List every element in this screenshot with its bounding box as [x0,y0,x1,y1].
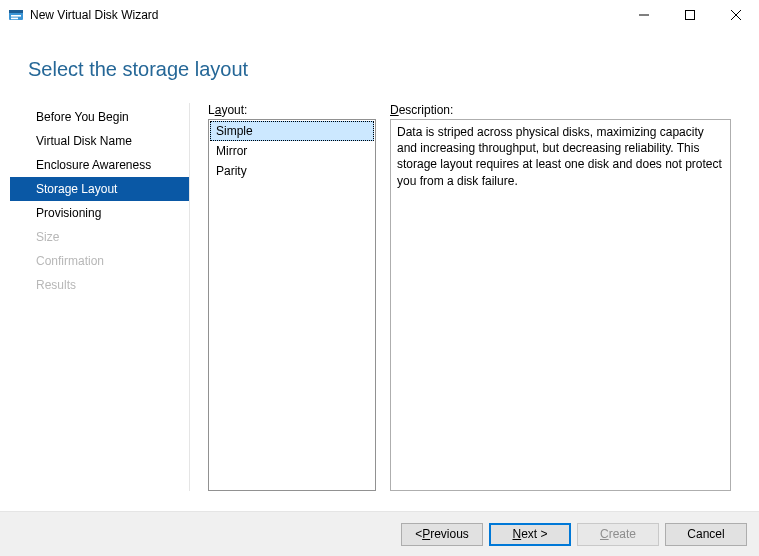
window-title: New Virtual Disk Wizard [30,8,158,22]
svg-rect-1 [9,10,23,13]
titlebar: New Virtual Disk Wizard [0,0,759,30]
minimize-button[interactable] [621,0,667,30]
maximize-button[interactable] [667,0,713,30]
right-area: Layout: Simple Mirror Parity Description… [190,103,731,491]
sidebar-item-provisioning[interactable]: Provisioning [10,201,189,225]
layout-option-mirror[interactable]: Mirror [210,141,374,161]
svg-rect-2 [11,15,21,17]
layout-option-simple[interactable]: Simple [210,121,374,141]
sidebar-item-storage-layout[interactable]: Storage Layout [10,177,189,201]
description-label: Description: [390,103,731,117]
sidebar-item-before-you-begin[interactable]: Before You Begin [10,105,189,129]
page-title: Select the storage layout [28,58,731,81]
layout-column: Layout: Simple Mirror Parity [208,103,376,491]
svg-rect-3 [11,18,18,20]
layout-listbox[interactable]: Simple Mirror Parity [208,119,376,491]
wizard-icon [8,7,24,23]
content-area: Select the storage layout Before You Beg… [0,30,759,512]
cancel-button[interactable]: Cancel [665,523,747,546]
next-button[interactable]: Next > [489,523,571,546]
previous-button[interactable]: < Previous [401,523,483,546]
description-text: Data is striped across physical disks, m… [390,119,731,491]
main-columns: Before You Begin Virtual Disk Name Enclo… [28,103,731,511]
footer: < Previous Next > Create Cancel [0,512,759,556]
sidebar-item-size: Size [10,225,189,249]
layout-option-parity[interactable]: Parity [210,161,374,181]
sidebar-item-results: Results [10,273,189,297]
create-button: Create [577,523,659,546]
svg-rect-5 [686,11,695,20]
sidebar-item-virtual-disk-name[interactable]: Virtual Disk Name [10,129,189,153]
description-column: Description: Data is striped across phys… [390,103,731,491]
layout-label: Layout: [208,103,376,117]
sidebar-item-confirmation: Confirmation [10,249,189,273]
sidebar-item-enclosure-awareness[interactable]: Enclosure Awareness [10,153,189,177]
window-controls [621,0,759,30]
wizard-steps: Before You Begin Virtual Disk Name Enclo… [10,103,190,491]
close-button[interactable] [713,0,759,30]
